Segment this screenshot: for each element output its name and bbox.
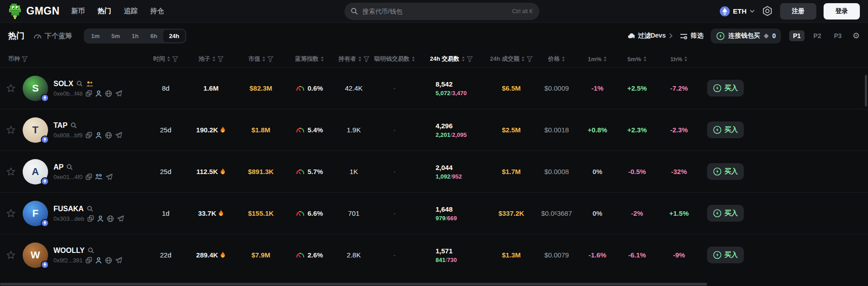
timeframe-1m[interactable]: 1m: [85, 30, 106, 42]
login-button[interactable]: 登录: [824, 3, 860, 19]
telegram-icon[interactable]: [115, 257, 122, 263]
preset-P1[interactable]: P1: [789, 30, 804, 41]
filter-devs-icon: [627, 33, 635, 39]
chain-selector[interactable]: ETH: [720, 6, 755, 16]
telegram-icon[interactable]: [117, 215, 124, 222]
column-header-mcap[interactable]: 市值: [235, 55, 287, 63]
gear-icon[interactable]: ⚙: [853, 31, 860, 41]
buy-button[interactable]: 买入: [707, 121, 744, 138]
favorite-star-icon[interactable]: [0, 84, 22, 92]
copy-icon[interactable]: [86, 132, 92, 138]
column-header-pool[interactable]: 池子: [187, 55, 235, 63]
next-bluechip-tab[interactable]: 下个蓝筹: [34, 32, 72, 40]
buy-button[interactable]: 买入: [707, 80, 744, 97]
buy-lightning-icon: [713, 167, 722, 176]
copy-icon[interactable]: [86, 174, 92, 180]
telegram-icon[interactable]: [106, 174, 113, 180]
token-symbol[interactable]: AP: [53, 163, 63, 171]
column-header-volume[interactable]: 24h 成交额: [489, 55, 534, 63]
gauge-icon: [296, 210, 305, 216]
nav-item-1[interactable]: 热门: [98, 7, 112, 15]
column-header-h1[interactable]: 1h%: [659, 56, 699, 63]
community-icon[interactable]: [95, 174, 102, 180]
token-address[interactable]: 0xe0b...f48: [53, 90, 82, 97]
nav-item-2[interactable]: 追踪: [124, 7, 138, 15]
token-address[interactable]: 0x9f2...391: [53, 257, 82, 264]
person-icon[interactable]: [95, 90, 102, 97]
nav-item-0[interactable]: 新币: [72, 7, 85, 15]
timeframe-1h[interactable]: 1h: [126, 30, 145, 42]
search-input[interactable]: [363, 8, 508, 15]
globe-icon[interactable]: [105, 90, 112, 97]
token-search-icon[interactable]: [71, 122, 77, 129]
globe-icon[interactable]: [105, 132, 112, 139]
globe-icon[interactable]: [105, 257, 112, 264]
holders-people-icon[interactable]: [86, 81, 93, 87]
column-header-txs[interactable]: 24h 交易数: [414, 55, 489, 63]
buy-button[interactable]: 买入: [707, 205, 744, 222]
table-header: 币种时间池子市值蓝筹指数持有者聪明钱交易数24h 交易数24h 成交额价格1m%…: [0, 51, 868, 67]
token-address[interactable]: 0xe01...4f0: [53, 174, 82, 180]
token-address[interactable]: 0x303...deb: [53, 215, 84, 222]
filter-button[interactable]: 筛选: [680, 32, 703, 40]
column-header-smart[interactable]: 聪明钱交易数: [375, 55, 414, 63]
table-body: S SOLX: [0, 67, 868, 276]
txs-cell: 4,296 2,201/2,095: [414, 122, 489, 138]
column-header-m5[interactable]: 5m%: [616, 56, 659, 63]
settings-hexagon-icon[interactable]: [762, 6, 773, 16]
copy-icon[interactable]: [86, 90, 92, 97]
token-cell: T TAP: [22, 117, 144, 143]
nav-item-3[interactable]: 持仓: [150, 7, 164, 15]
token-address[interactable]: 0x808...bf9: [53, 132, 82, 139]
smart-money-cell: -: [375, 209, 414, 217]
timeframe-5m[interactable]: 5m: [106, 30, 126, 42]
token-search-icon[interactable]: [67, 164, 73, 170]
price-cell: $0.0079: [534, 251, 579, 259]
buy-cell: 买入: [699, 80, 752, 97]
buy-button[interactable]: 买入: [707, 163, 744, 180]
token-search-icon[interactable]: [88, 247, 94, 254]
globe-icon[interactable]: [107, 215, 114, 222]
timeframe-6h[interactable]: 6h: [145, 30, 163, 42]
preset-P3[interactable]: P3: [830, 30, 845, 41]
column-header-age[interactable]: 时间: [144, 55, 187, 63]
copy-icon[interactable]: [86, 257, 92, 263]
favorite-star-icon[interactable]: [0, 167, 22, 176]
filter-devs-button[interactable]: 过滤Devs: [627, 32, 672, 40]
token-symbol[interactable]: FUSAKA: [53, 205, 84, 213]
register-button[interactable]: 注册: [780, 3, 816, 19]
timeframe-24h[interactable]: 24h: [163, 30, 185, 42]
favorite-star-icon[interactable]: [0, 251, 22, 259]
buy-button[interactable]: 买入: [707, 247, 744, 263]
favorite-star-icon[interactable]: [0, 209, 22, 218]
token-symbol[interactable]: SOLX: [53, 80, 73, 88]
telegram-icon[interactable]: [115, 132, 122, 138]
vertical-scrollbar[interactable]: [865, 75, 867, 107]
change-1h-cell: +1.5%: [659, 209, 699, 217]
horizontal-scrollbar[interactable]: [0, 283, 707, 286]
person-icon[interactable]: [95, 132, 102, 139]
column-header-symbol[interactable]: 币种: [0, 55, 144, 63]
person-icon[interactable]: [95, 257, 102, 264]
volume-cell: $2.5M: [489, 126, 534, 134]
person-icon[interactable]: [97, 215, 104, 222]
telegram-icon[interactable]: [115, 90, 122, 97]
column-header-bluechip[interactable]: 蓝筹指数: [287, 55, 332, 63]
column-header-m1[interactable]: 1m%: [579, 56, 616, 63]
brand[interactable]: GMGN: [8, 4, 60, 19]
copy-icon[interactable]: [87, 215, 94, 222]
timeframe-group: 1m5m1h6h24h: [84, 29, 186, 44]
token-search-icon[interactable]: [87, 206, 93, 212]
token-symbol[interactable]: TAP: [53, 121, 68, 130]
preset-P2[interactable]: P2: [810, 30, 825, 41]
eth-badge-icon: [41, 177, 49, 185]
token-symbol[interactable]: WOOLLY: [53, 247, 85, 255]
buy-button-label: 买入: [724, 126, 738, 134]
column-header-holders[interactable]: 持有者: [332, 55, 375, 63]
connect-wallet-buy[interactable]: 连接钱包买 0: [711, 29, 781, 44]
column-header-price[interactable]: 价格: [534, 55, 579, 63]
search-bar[interactable]: Ctrl alt K: [344, 3, 539, 20]
token-info: WOOLLY 0x9f2...391: [53, 247, 122, 264]
favorite-star-icon[interactable]: [0, 126, 22, 134]
token-search-icon[interactable]: [77, 81, 83, 87]
